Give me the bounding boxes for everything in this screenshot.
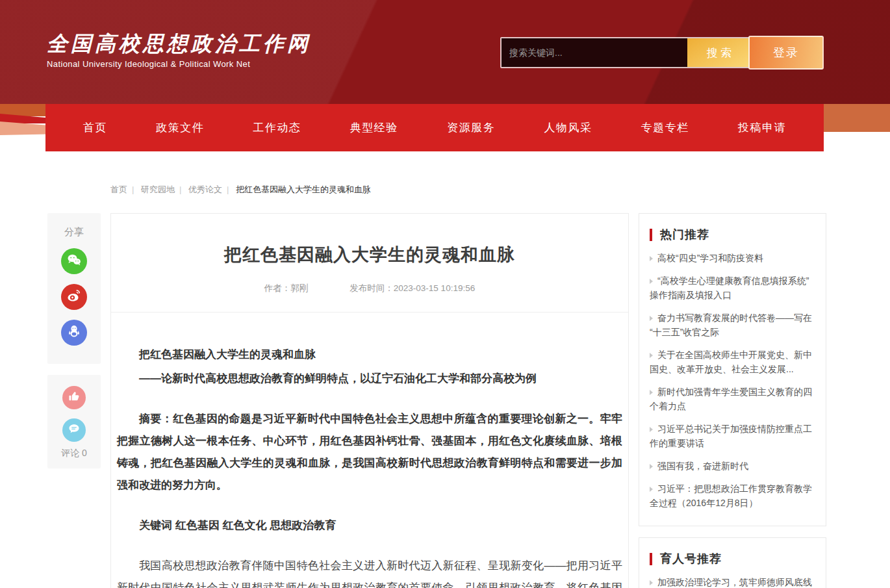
main-nav: 首页 政策文件 工作动态 典型经验 资源服务 人物风采 专题专栏 投稿申请: [45, 104, 824, 151]
site-logo-subtitle: National University Ideological & Politi…: [47, 59, 311, 69]
article-paragraph: 摘要：红色基因的命题是习近平新时代中国特色社会主义思想中所蕴含的重要理论创新之一…: [117, 408, 622, 496]
share-box: 分享: [47, 213, 101, 364]
breadcrumb-separator: |: [179, 185, 181, 194]
share-wechat-button[interactable]: [61, 248, 87, 274]
yuren-recommend-list: 加强政治理论学习，筑牢师德师风底线: [650, 575, 815, 588]
arrow-right-icon: [650, 279, 653, 284]
weibo-icon: [66, 288, 82, 306]
site-logo-title: 全国高校思想政治工作网: [47, 32, 311, 55]
arrow-right-icon: [650, 580, 653, 585]
hot-recommend-item[interactable]: 习近平：把思想政治工作贯穿教育教学全过程（2016年12月8日）: [650, 481, 815, 510]
search-input[interactable]: [502, 38, 687, 67]
arrow-right-icon: [650, 487, 653, 492]
yuren-recommend-item[interactable]: 加强政治理论学习，筑牢师德师风底线: [650, 575, 815, 588]
breadcrumb-link[interactable]: 首页: [110, 185, 127, 194]
wechat-icon: [66, 252, 82, 270]
hot-recommend-item[interactable]: 强国有我，奋进新时代: [650, 459, 815, 473]
right-sidebar: 热门推荐 高校“四史”学习和防疫资料 “高校学生心理健康教育信息填报系统”操作指…: [639, 213, 826, 588]
article-header: 把红色基因融入大学生的灵魂和血脉 作者：郭刚 发布时间：2023-03-15 1…: [111, 214, 628, 313]
hot-recommend-header: 热门推荐: [650, 227, 815, 242]
nav-item[interactable]: 典型经验: [350, 120, 398, 135]
qq-icon: [66, 324, 82, 342]
nav-item[interactable]: 首页: [83, 120, 107, 135]
article-paragraph: 我国高校思想政治教育伴随中国特色社会主义进入新时代迈入新征程、呈现新变化——把用…: [117, 555, 622, 588]
article-author: 作者：郭刚: [264, 283, 309, 294]
content-area: 分享: [45, 213, 825, 588]
comment-count-label: 评论 0: [47, 448, 101, 459]
red-bar-icon: [650, 553, 652, 565]
thumbs-up-icon: [68, 390, 81, 405]
hot-recommend-item[interactable]: “高校学生心理健康教育信息填报系统”操作指南及填报入口: [650, 274, 815, 302]
share-label: 分享: [47, 226, 101, 238]
article-paragraph: ——论新时代高校思想政治教育的鲜明特点，以辽宁石油化工大学和部分高校为例: [117, 368, 622, 390]
nav-item[interactable]: 资源服务: [447, 120, 495, 135]
nav-item[interactable]: 人物风采: [544, 120, 592, 135]
like-button[interactable]: [62, 386, 86, 409]
nav-item[interactable]: 投稿申请: [738, 120, 786, 135]
yuren-recommend-title: 育人号推荐: [660, 551, 722, 567]
hot-recommend-title: 热门推荐: [660, 227, 709, 242]
article-paragraph: 关键词 红色基因 红色文化 思想政治教育: [117, 515, 622, 537]
hot-recommend-item[interactable]: 高校“四史”学习和防疫资料: [650, 251, 815, 265]
nav-item[interactable]: 专题专栏: [641, 120, 689, 135]
site-header: 全国高校思想政治工作网 National University Ideologi…: [0, 0, 890, 104]
share-column: 分享: [47, 213, 101, 468]
breadcrumb-separator: |: [227, 185, 229, 194]
comment-icon: [68, 422, 81, 438]
arrow-right-icon: [650, 390, 653, 395]
search-button[interactable]: 搜 索: [687, 38, 751, 67]
site-logo[interactable]: 全国高校思想政治工作网 National University Ideologi…: [47, 32, 311, 69]
article-body: 把红色基因融入大学生的灵魂和血脉 ——论新时代高校思想政治教育的鲜明特点，以辽宁…: [111, 313, 628, 588]
login-button[interactable]: 登录: [748, 36, 824, 70]
share-qq-button[interactable]: [61, 320, 87, 346]
breadcrumb-link[interactable]: 优秀论文: [188, 185, 222, 194]
yuren-recommend-box: 育人号推荐 加强政治理论学习，筑牢师德师风底线: [639, 537, 826, 588]
hot-recommend-box: 热门推荐 高校“四史”学习和防疫资料 “高校学生心理健康教育信息填报系统”操作指…: [639, 213, 826, 526]
breadcrumb-link[interactable]: 研究园地: [141, 185, 175, 194]
comment-button[interactable]: [62, 418, 86, 442]
yuren-recommend-header: 育人号推荐: [650, 551, 815, 567]
nav-item[interactable]: 政策文件: [156, 120, 204, 135]
hot-recommend-item[interactable]: 奋力书写教育发展的时代答卷——写在“十三五”收官之际: [650, 311, 815, 339]
hot-recommend-item[interactable]: 新时代加强青年学生爱国主义教育的四个着力点: [650, 385, 815, 413]
article-meta: 作者：郭刚 发布时间：2023-03-15 10:19:56: [131, 283, 609, 294]
share-weibo-button[interactable]: [61, 284, 87, 310]
arrow-right-icon: [650, 464, 653, 469]
nav-item[interactable]: 工作动态: [253, 120, 301, 135]
article-publish-time: 发布时间：2023-03-15 10:19:56: [350, 283, 475, 294]
header-search-bar: 搜 索: [500, 37, 752, 68]
breadcrumb-separator: |: [132, 185, 134, 194]
breadcrumb: 首页| 研究园地| 优秀论文| 把红色基因融入大学生的灵魂和血脉: [110, 184, 890, 196]
reaction-box: 评论 0: [47, 375, 101, 468]
hot-recommend-list: 高校“四史”学习和防疫资料 “高校学生心理健康教育信息填报系统”操作指南及填报入…: [650, 251, 815, 510]
arrow-right-icon: [650, 316, 653, 321]
article-paragraph: 把红色基因融入大学生的灵魂和血脉: [117, 344, 622, 366]
red-bar-icon: [650, 229, 652, 241]
arrow-right-icon: [650, 353, 653, 358]
article-panel: 把红色基因融入大学生的灵魂和血脉 作者：郭刚 发布时间：2023-03-15 1…: [110, 213, 629, 588]
article-title: 把红色基因融入大学生的灵魂和血脉: [131, 243, 609, 266]
arrow-right-icon: [650, 256, 653, 261]
breadcrumb-current: 把红色基因融入大学生的灵魂和血脉: [236, 185, 371, 194]
arrow-right-icon: [650, 427, 653, 432]
hot-recommend-item[interactable]: 关于在全国高校师生中开展党史、新中国史、改革开放史、社会主义发展...: [650, 348, 815, 376]
hot-recommend-item[interactable]: 习近平总书记关于加强疫情防控重点工作的重要讲话: [650, 422, 815, 450]
